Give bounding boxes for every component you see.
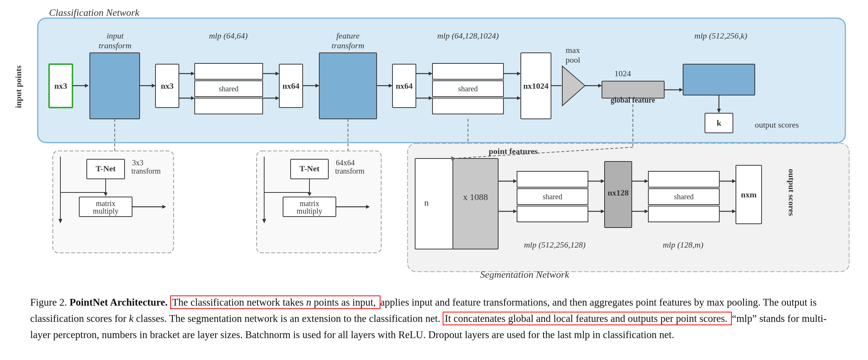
input-transform-block (90, 53, 140, 119)
mlp-stack2-bot (432, 98, 503, 114)
segmentation-network-label: Segmentation Network (480, 269, 569, 280)
architecture-diagram: Classification Network input points nx3 … (15, 8, 853, 283)
output-scores-cls-label: output scores (755, 120, 799, 129)
seg-mlp-stack1-top (517, 171, 588, 187)
n-label: n (424, 198, 429, 208)
matrix-multiply-1-label: matrix (96, 199, 115, 208)
classification-network-label: Classification Network (49, 8, 140, 18)
nx64-label2: nx64 (396, 81, 412, 91)
mlp-512256k-label: mlp (512,256,k) (694, 31, 747, 40)
matrix-multiply-2-label: matrix (300, 199, 319, 208)
feature-transform-label: feature (336, 31, 360, 40)
seg-mlp-stack1-bot (517, 206, 588, 222)
mlp-512256128-label: mlp (512,256,128) (524, 240, 585, 249)
mlp-stack1-top (195, 63, 263, 79)
figure-label: Figure 2. (30, 297, 67, 308)
tnet2-transform-label: 64x64 (336, 158, 355, 167)
shared-4-label: shared (674, 192, 694, 201)
italic-k: k (129, 313, 134, 324)
tnet1-label: T-Net (96, 164, 116, 173)
k-label: k (717, 118, 722, 128)
shared-2-label: shared (458, 85, 478, 93)
mlp-stack2-top (432, 63, 503, 79)
input-transform-label2: transform (99, 41, 132, 50)
input-points-label: input points (15, 65, 23, 108)
max-pool-label2: pool (565, 55, 580, 65)
red-box-2: It concatenates global and local feature… (443, 312, 732, 325)
feature-transform-block (319, 53, 377, 119)
tnet1-transform-label2: transform (131, 167, 161, 175)
mlp-stack1-bot (195, 98, 263, 114)
x1088-label: x 1088 (463, 192, 488, 202)
nx128-label: nx128 (608, 188, 629, 197)
tnet2-transform-label2: transform (335, 167, 365, 175)
caption-area: Figure 2. PointNet Architecture. The cla… (15, 294, 853, 343)
nx64-label1: nx64 (282, 81, 299, 91)
red-box-1: The classification network takes n point… (170, 295, 380, 309)
max-pool-label: max (566, 45, 580, 55)
nx3-white-label: nx3 (161, 81, 174, 91)
shared-3-label: shared (543, 192, 562, 201)
shared-1-label: shared (219, 85, 239, 93)
matrix-multiply-1-label2: multiply (93, 207, 119, 215)
nx3-green-label: nx3 (54, 81, 67, 91)
nx1024-label: nx1024 (523, 81, 548, 91)
mlp-128m-label: mlp (128,m) (663, 240, 703, 249)
seg-mlp-stack2-top (648, 171, 719, 187)
output-scores-seg-label: output scores (787, 169, 796, 216)
mlp-641281024-label: mlp (64,128,1024) (437, 31, 499, 40)
matrix-multiply-2-label2: multiply (297, 207, 322, 215)
n-block (415, 158, 453, 249)
diagram-container: Classification Network input points nx3 … (15, 8, 853, 283)
caption-text-2: classes. The segmentation network is an … (136, 313, 440, 324)
nxm-label: nxm (741, 190, 757, 199)
tnet2-label: T-Net (300, 164, 320, 173)
seg-mlp-stack2-bot (648, 206, 719, 222)
input-transform-label: input (106, 31, 124, 40)
bold-title: PointNet Architecture. (69, 297, 168, 308)
1024-label: 1024 (614, 69, 631, 78)
mlp-6464-label: mlp (64,64) (209, 31, 248, 40)
feature-transform-label2: transform (332, 41, 365, 50)
x1088-block (453, 158, 498, 249)
mlp-512256k-block (683, 64, 755, 95)
tnet1-transform-label: 3x3 (132, 158, 143, 167)
